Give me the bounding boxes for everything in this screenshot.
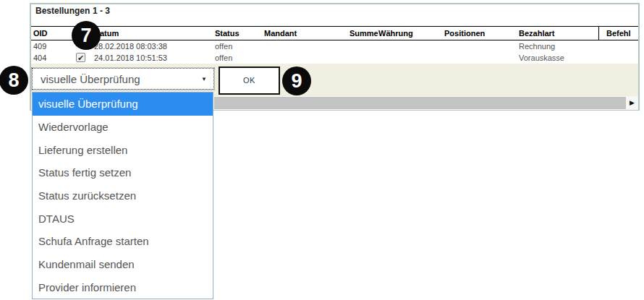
dropdown-item-dtaus[interactable]: DTAUS (33, 207, 213, 230)
dropdown-item-status-zuruecksetzen[interactable]: Status zurücksetzen (33, 184, 213, 207)
page-title: Bestellungen (35, 6, 90, 16)
table-header-bottom-border (31, 40, 638, 40)
chevron-down-icon: ▼ (201, 76, 207, 82)
cell-oid: 404 (33, 53, 46, 62)
col-header-mandant: Mandant (264, 29, 297, 38)
result-range: 1 - 3 (93, 6, 110, 16)
scroll-right-icon: ▶ (630, 99, 635, 106)
col-header-summe: Summe (349, 29, 378, 38)
cell-datum: 28.02.2018 08:03:38 (94, 42, 167, 51)
dropdown-item-visuelle-ueberpruefung[interactable]: visuelle Überprüfung (33, 93, 213, 116)
step-badge-8: 8 (0, 66, 28, 95)
action-select-value: visuelle Überprüfung (41, 73, 140, 85)
dropdown-item-kundenmail-senden[interactable]: Kundenmail senden (33, 253, 213, 276)
col-header-status: Status (215, 29, 240, 38)
cell-status: offen (215, 53, 232, 62)
scrollbar-thumb[interactable] (214, 97, 627, 109)
orders-page: Bestellungen 1 - 3 OID Datum Status Mand… (0, 0, 644, 300)
dropdown-item-status-fertig-setzen[interactable]: Status fertig setzen (33, 161, 213, 184)
befehl-column-separator (598, 27, 599, 40)
action-dropdown-list: visuelle Überprüfung Wiedervorlage Liefe… (32, 92, 213, 299)
col-header-oid: OID (33, 29, 48, 38)
cell-oid: 409 (33, 42, 46, 51)
col-header-positionen: Positionen (444, 29, 485, 38)
scroll-right-button[interactable]: ▶ (626, 96, 638, 110)
dropdown-item-schufa-anfrage-starten[interactable]: Schufa Anfrage starten (33, 230, 213, 253)
table-header-top-border (31, 26, 638, 27)
cell-status: offen (215, 42, 232, 51)
dropdown-item-wiedervorlage[interactable]: Wiedervorlage (33, 116, 213, 139)
cell-bezahlart: Rechnung (519, 42, 555, 51)
col-header-befehl: Befehl (606, 29, 631, 38)
col-header-bezahlart: Bezahlart (519, 29, 555, 38)
step-badge-9: 9 (282, 67, 311, 95)
ok-button[interactable]: OK (219, 67, 280, 95)
dropdown-item-lieferung-erstellen[interactable]: Lieferung erstellen (33, 138, 213, 161)
dropdown-item-provider-informieren[interactable]: Provider informieren (33, 275, 213, 299)
step-badge-7: 7 (72, 21, 101, 50)
cell-datum: 24.01.2018 10:51:53 (94, 53, 167, 62)
checkmark-icon: ✔ (77, 53, 84, 62)
cell-bezahlart: Vorauskasse (519, 53, 564, 62)
row-select-checkbox[interactable]: ✔ (76, 53, 85, 62)
col-header-waehrung: Währung (378, 29, 413, 38)
action-select[interactable]: visuelle Überprüfung ▼ (32, 68, 214, 90)
